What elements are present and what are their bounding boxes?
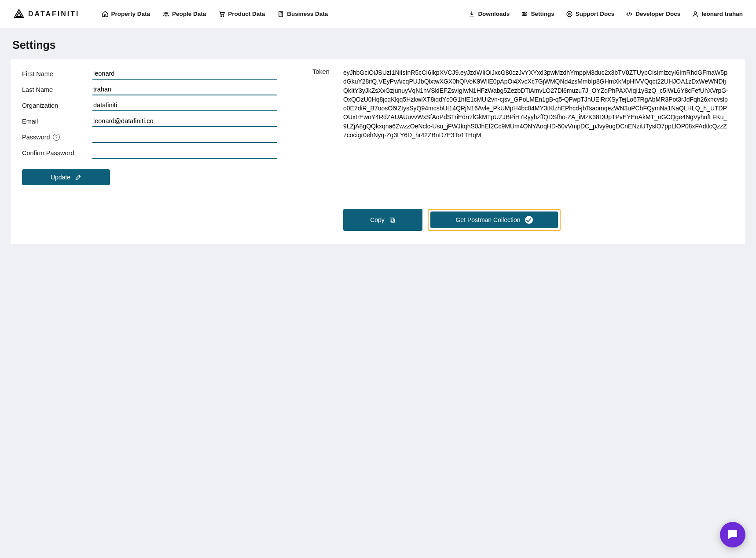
svg-point-2 — [221, 15, 222, 16]
nav-property-data[interactable]: Property Data — [102, 11, 150, 18]
nav-support-docs[interactable]: Support Docs — [566, 11, 615, 18]
support-icon — [566, 11, 573, 18]
brand-logo[interactable]: DATAFINITI — [13, 8, 80, 20]
nav-people-data[interactable]: People Data — [162, 11, 206, 18]
edit-icon — [75, 174, 81, 181]
nav-downloads[interactable]: Downloads — [468, 11, 510, 18]
brand-text: DATAFINITI — [28, 10, 80, 18]
profile-form: First Name Last Name Organization Email … — [22, 68, 277, 231]
confirm-password-label: Confirm Password — [22, 150, 92, 157]
svg-point-5 — [525, 12, 527, 13]
organization-label: Organization — [22, 102, 92, 109]
copy-button[interactable]: Copy — [343, 209, 422, 231]
svg-point-3 — [223, 15, 224, 16]
svg-rect-11 — [391, 219, 395, 222]
top-nav: DATAFINITI Property Data People Data Pro… — [0, 0, 756, 28]
svg-point-1 — [166, 12, 168, 14]
building-icon — [277, 11, 284, 18]
help-icon[interactable]: ? — [53, 134, 60, 141]
svg-point-10 — [694, 11, 697, 14]
download-icon — [468, 11, 475, 18]
code-icon — [626, 11, 633, 18]
get-postman-button[interactable]: Get Postman Collection — [430, 212, 558, 228]
logo-mark-icon — [13, 8, 25, 20]
svg-rect-4 — [279, 11, 283, 17]
token-label: Token — [312, 68, 334, 203]
password-label: Password ? — [22, 134, 92, 141]
page-title: Settings — [0, 28, 756, 59]
svg-rect-12 — [390, 218, 393, 221]
postman-highlight: Get Postman Collection — [428, 209, 561, 231]
organization-input[interactable] — [92, 100, 277, 111]
home-icon — [102, 11, 109, 18]
nav-user-menu[interactable]: leonard trahan — [692, 11, 743, 18]
nav-business-data[interactable]: Business Data — [277, 11, 328, 18]
sliders-icon — [521, 11, 528, 18]
settings-card: First Name Last Name Organization Email … — [11, 59, 745, 244]
nav-developer-docs[interactable]: Developer Docs — [626, 11, 680, 18]
postman-icon — [525, 216, 533, 224]
update-button[interactable]: Update — [22, 169, 110, 185]
confirm-password-input[interactable] — [92, 147, 277, 159]
svg-point-9 — [569, 13, 570, 15]
svg-point-8 — [567, 11, 572, 17]
cart-icon — [218, 11, 225, 18]
password-input[interactable] — [92, 131, 277, 143]
user-icon — [692, 11, 699, 18]
copy-icon — [389, 217, 396, 223]
nav-product-data[interactable]: Product Data — [218, 11, 265, 18]
token-textarea[interactable] — [343, 68, 734, 203]
last-name-label: Last Name — [22, 86, 92, 93]
people-icon — [162, 11, 169, 18]
token-section: Token Copy Get Postman Collection — [312, 68, 734, 231]
nav-settings[interactable]: Settings — [521, 11, 554, 18]
email-input[interactable] — [92, 116, 277, 127]
last-name-input[interactable] — [92, 84, 277, 95]
first-name-input[interactable] — [92, 68, 277, 80]
svg-point-6 — [524, 13, 525, 15]
svg-point-0 — [164, 12, 165, 14]
first-name-label: First Name — [22, 70, 92, 77]
email-label: Email — [22, 118, 92, 125]
